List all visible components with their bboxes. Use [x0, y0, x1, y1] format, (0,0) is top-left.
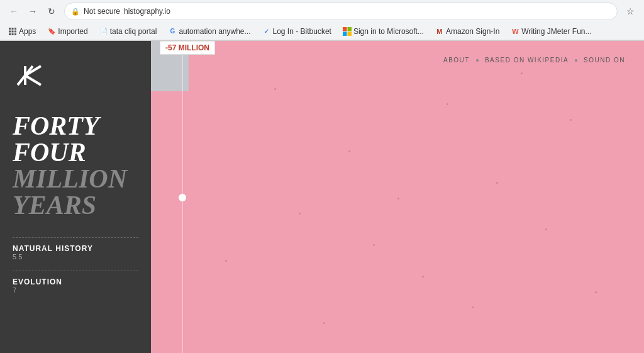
scatter-dot — [521, 72, 523, 74]
nav-wikipedia[interactable]: BASED ON WIKIPEDIA — [485, 57, 569, 64]
microsoft-label: Sign in to Microsoft... — [353, 27, 424, 36]
divider-1 — [13, 237, 138, 238]
writing-label: Writing JMeter Fun... — [521, 27, 591, 36]
timeline-number: -57 — [165, 43, 176, 52]
svg-rect-8 — [14, 33, 16, 35]
svg-rect-6 — [9, 33, 11, 35]
scatter-dot — [373, 244, 375, 246]
scatter-dot — [323, 322, 325, 324]
amazon-icon: M — [435, 27, 444, 36]
scatter-dot — [545, 228, 547, 230]
nav-buttons: ← → ↻ — [5, 3, 60, 20]
timeline-label: -57 MILLION — [160, 41, 215, 55]
forward-button[interactable]: → — [24, 3, 42, 20]
natural-history-count: 5 5 — [13, 253, 138, 261]
nav-sound[interactable]: SOUND ON — [584, 57, 625, 64]
scatter-dot — [299, 213, 301, 215]
svg-rect-5 — [14, 30, 16, 32]
bookmark-star-button[interactable]: ☆ — [621, 3, 639, 20]
amazon-label: Amazon Sign-In — [446, 27, 499, 36]
bookmark-amazon[interactable]: M Amazon Sign-In — [432, 26, 502, 37]
timeline-dot — [179, 194, 186, 201]
content-nav: ABOUT BASED ON WIKIPEDIA SOUND ON — [443, 57, 625, 64]
bookmark-tata[interactable]: 📄 tata cliq portal — [96, 26, 160, 37]
scatter-dot — [422, 276, 424, 277]
bookmarks-bar: Apps 🔖 Imported 📄 tata cliq portal G aut… — [0, 23, 644, 40]
scatter-dot — [397, 198, 399, 199]
address-bar[interactable]: 🔒 Not secure histography.io — [64, 3, 618, 20]
svg-rect-12 — [347, 31, 352, 36]
website-container: FORTY FOUR MILLION YEARS NATURAL HISTORY… — [0, 41, 644, 353]
browser-toolbar: ← → ↻ 🔒 Not secure histography.io ☆ — [0, 0, 644, 23]
svg-rect-2 — [14, 28, 16, 30]
scatter-dot — [225, 260, 227, 262]
svg-rect-3 — [9, 30, 11, 32]
svg-line-16 — [25, 76, 41, 85]
category-evolution[interactable]: EVOLUTION 7 — [13, 277, 138, 294]
bookmark-bitbucket[interactable]: ✓ Log In - Bitbucket — [259, 26, 335, 37]
scatter-dot — [595, 291, 597, 293]
bookmark-microsoft[interactable]: Sign in to Microsoft... — [340, 26, 427, 37]
bookmark-automation[interactable]: G automation anywhe... — [165, 26, 253, 37]
nav-dot-2 — [575, 59, 577, 62]
scatter-dot — [472, 306, 474, 308]
apps-icon — [8, 27, 17, 36]
timeline-suffix: MILLION — [179, 43, 209, 52]
nav-dot-1 — [476, 59, 479, 62]
svg-rect-7 — [12, 33, 14, 35]
title-line1: FORTY — [13, 113, 138, 139]
divider-2 — [13, 271, 138, 271]
scatter-dot — [274, 88, 276, 90]
title-line3: MILLION — [13, 165, 138, 192]
lock-icon: 🔒 — [71, 8, 80, 16]
svg-rect-11 — [343, 31, 347, 36]
url-text: histography.io — [124, 7, 170, 16]
bookmark-imported[interactable]: 🔖 Imported — [44, 26, 91, 37]
svg-rect-4 — [12, 30, 14, 32]
title-line4: YEARS — [13, 192, 138, 218]
sidebar: FORTY FOUR MILLION YEARS NATURAL HISTORY… — [0, 41, 151, 353]
svg-rect-1 — [12, 28, 14, 30]
logo — [13, 60, 138, 94]
writing-icon: W — [511, 27, 519, 36]
nav-about[interactable]: ABOUT — [443, 57, 470, 64]
title-line2: FOUR — [13, 139, 138, 165]
evolution-label: EVOLUTION — [13, 277, 138, 286]
svg-rect-9 — [343, 27, 347, 31]
scatter-dot — [496, 182, 498, 184]
hero-title: FORTY FOUR MILLION YEARS — [13, 113, 138, 218]
google-icon: G — [168, 27, 177, 36]
tata-icon: 📄 — [99, 27, 108, 36]
microsoft-icon — [343, 27, 352, 36]
bookmark-apps[interactable]: Apps — [5, 26, 39, 37]
not-secure-label: Not secure — [84, 7, 120, 16]
refresh-button[interactable]: ↻ — [43, 3, 60, 20]
imported-label: Imported — [58, 27, 87, 36]
scatter-dot — [570, 119, 572, 121]
scatter-dot — [348, 150, 350, 152]
main-content: -57 MILLION ABOUT BASED ON WIKIPEDIA SOU… — [151, 41, 644, 353]
automation-label: automation anywhe... — [179, 27, 250, 36]
tata-label: tata cliq portal — [110, 27, 157, 36]
browser-chrome: ← → ↻ 🔒 Not secure histography.io ☆ — [0, 0, 644, 41]
category-natural-history[interactable]: NATURAL HISTORY 5 5 — [13, 244, 138, 261]
bitbucket-icon: ✓ — [262, 27, 271, 36]
scatter-dot — [447, 103, 448, 105]
evolution-count: 7 — [13, 286, 138, 294]
svg-rect-10 — [347, 27, 352, 31]
svg-rect-0 — [9, 28, 11, 30]
natural-history-label: NATURAL HISTORY — [13, 244, 138, 253]
bitbucket-label: Log In - Bitbucket — [273, 27, 331, 36]
imported-icon: 🔖 — [47, 27, 56, 36]
apps-label: Apps — [19, 27, 36, 36]
bookmark-writing[interactable]: W Writing JMeter Fun... — [508, 26, 594, 37]
back-button[interactable]: ← — [5, 3, 23, 20]
